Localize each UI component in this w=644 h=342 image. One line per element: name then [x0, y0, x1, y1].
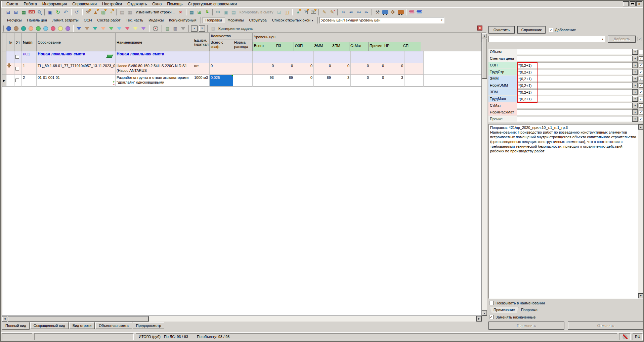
- row-checkbox[interactable]: [15, 79, 19, 82]
- param-row-normemm[interactable]: НормЭММ *(0,2+1) ▼ ✓: [488, 82, 644, 89]
- menu-rabota[interactable]: Работа: [21, 1, 40, 7]
- row-approve-cell[interactable]: [14, 75, 22, 87]
- tree-collapse-button[interactable]: ⊟: [4, 8, 12, 15]
- param-row-smetnaya-cena[interactable]: Сметная цена ▼ ✓: [488, 55, 644, 62]
- row-ozp-cell[interactable]: 0: [294, 75, 314, 87]
- header-ti[interactable]: Ти: [6, 33, 14, 51]
- scroll-left-button[interactable]: ◀: [2, 316, 7, 322]
- panel-corrections-button[interactable]: Поправки: [203, 17, 225, 23]
- row-approve-cell[interactable]: [14, 63, 22, 75]
- color-mark-1-button[interactable]: [6, 26, 11, 31]
- grid-row-ls1[interactable]: ЛС1 Новая локальная смета Новая локальна…: [2, 51, 481, 63]
- row-vsego-cell[interactable]: [253, 51, 275, 63]
- criteria-list-button[interactable]: ▤: [164, 25, 171, 32]
- header-unit[interactable]: Ед.изм.(краткая): [193, 33, 210, 51]
- color-mark-7-button[interactable]: [51, 26, 55, 31]
- row-pz-cell[interactable]: 89: [275, 75, 294, 87]
- adding-checkbox[interactable]: ✓: [549, 28, 553, 32]
- price-pr-button[interactable]: ПР: [309, 8, 317, 15]
- status-lang-panel[interactable]: RU: [633, 333, 643, 340]
- indent-add-button[interactable]: +≡: [339, 8, 347, 15]
- header-price-pz[interactable]: ПЗ: [275, 42, 294, 51]
- change-row-type-button[interactable]: Изменить тип строки...: [134, 8, 177, 15]
- copy-to-estimate-button[interactable]: Копировать в смету: [238, 8, 275, 15]
- param-dropdown-button[interactable]: ▼: [632, 62, 638, 68]
- header-qty-coef[interactable]: Всего с коэф.: [210, 40, 233, 51]
- row-num-cell[interactable]: 2: [22, 75, 37, 87]
- param-value-field[interactable]: [517, 103, 632, 108]
- tab-preview[interactable]: Предпросмотр: [133, 322, 165, 329]
- color-filter-3-button[interactable]: [93, 27, 97, 30]
- row-stmat-cell[interactable]: 0: [351, 63, 370, 75]
- toolbar-drag-handle[interactable]: [2, 9, 3, 15]
- row-unit-cell[interactable]: [193, 51, 210, 63]
- row-unit-cell[interactable]: шт.: [193, 63, 210, 75]
- correction-note-text[interactable]: Поправка: 421/пр_2020_прил.10_т.1_п.1_гр…: [488, 124, 644, 299]
- row-pz-cell[interactable]: [275, 51, 294, 63]
- param-checkbox[interactable]: ✓: [639, 63, 643, 67]
- menu-okno[interactable]: Окно: [149, 1, 164, 7]
- panel-esn-button[interactable]: ЭСН: [81, 17, 95, 23]
- header-qty-group-label[interactable]: Количество: [210, 33, 253, 40]
- panel-resources-button[interactable]: Ресурсы: [4, 17, 24, 23]
- restore-button[interactable]: [630, 1, 636, 6]
- insert-row-button[interactable]: ⊞: [196, 8, 203, 15]
- color-mark-5-button[interactable]: [36, 26, 41, 31]
- param-dropdown-button[interactable]: ▼: [632, 89, 638, 95]
- save-button[interactable]: ▣: [46, 8, 54, 15]
- scroll-thumb[interactable]: [8, 316, 149, 322]
- param-row-trudmash[interactable]: ТрудМаш *(0,2+1) ▼ ✓: [488, 96, 644, 102]
- row-name-cell[interactable]: Разработка грунта в отвал экскаваторами"…: [116, 75, 193, 87]
- param-checkbox[interactable]: ✓: [639, 90, 643, 94]
- param-value-field[interactable]: *(0,2+1): [517, 96, 632, 102]
- color-filter-4-button[interactable]: [101, 27, 105, 30]
- price-bucket-button[interactable]: ◕: [294, 8, 302, 15]
- transport-button[interactable]: [397, 8, 404, 15]
- tab-row-view[interactable]: Вид строки: [69, 322, 95, 329]
- param-checkbox[interactable]: ✓: [639, 97, 643, 101]
- refresh-button[interactable]: ↻: [54, 8, 62, 15]
- param-value-field[interactable]: [517, 109, 632, 115]
- row-zpm-cell[interactable]: [332, 51, 351, 63]
- param-row-stmat[interactable]: СтМат ▼ ✓: [488, 102, 644, 109]
- row-checkbox[interactable]: [15, 55, 19, 59]
- param-row-zpm[interactable]: ЗПМ *(0,2+1) ▼ ✓: [488, 89, 644, 96]
- color-mark-9-button[interactable]: [66, 26, 70, 31]
- indent-right-button[interactable]: ≡▸: [362, 8, 370, 15]
- header-name[interactable]: Наименование: [116, 33, 193, 51]
- color-filter-7-button[interactable]: [125, 27, 130, 30]
- indent-left-button[interactable]: ◂≡: [347, 8, 355, 15]
- param-value-field[interactable]: *(0,2+1): [517, 62, 632, 68]
- menubar-drag-handle[interactable]: [1, 1, 2, 7]
- row-norm-cell[interactable]: [233, 63, 253, 75]
- param-dropdown-button[interactable]: ▼: [632, 109, 638, 115]
- color-filter-8-button[interactable]: [133, 27, 138, 30]
- toolbar-drag-handle[interactable]: [2, 17, 3, 23]
- param-row-emm[interactable]: ЭММ *(0,2+1) ▼ ✓: [488, 76, 644, 82]
- param-row-prochie[interactable]: Прочие ▼ ✓: [488, 116, 644, 123]
- panel-limit-costs-button[interactable]: Лимит. затраты: [50, 17, 81, 23]
- panel-prices-button[interactable]: Панель цен: [24, 17, 49, 23]
- delete-row-button[interactable]: ×: [177, 8, 184, 15]
- row-emm-cell[interactable]: 89: [314, 75, 332, 87]
- add-button[interactable]: Добавить: [608, 36, 636, 43]
- menu-spravochniki[interactable]: Справочники: [70, 1, 99, 7]
- grid-vertical-scrollbar[interactable]: ▲ ▼: [482, 33, 487, 316]
- clear-button[interactable]: Очистить: [488, 26, 515, 34]
- header-price-stmat[interactable]: СтМат: [349, 42, 369, 51]
- row-num-cell[interactable]: 1: [22, 63, 37, 75]
- param-dropdown-button[interactable]: ▼: [632, 49, 638, 55]
- tree-expand-button[interactable]: ⊞: [12, 8, 20, 15]
- param-checkbox[interactable]: ✓: [639, 103, 643, 108]
- row-unit-cell[interactable]: 1000 м3: [193, 75, 210, 87]
- menu-smeta[interactable]: Смета: [4, 1, 21, 7]
- param-checkbox[interactable]: ✓: [639, 83, 643, 88]
- row-qty-cell[interactable]: 0: [210, 63, 233, 75]
- header-price-group-label[interactable]: Уровень цен: [253, 33, 481, 42]
- scroll-thumb[interactable]: [482, 39, 487, 79]
- row-prochie-cell[interactable]: [370, 51, 385, 63]
- row-vsego-cell[interactable]: 0: [253, 63, 275, 75]
- param-dropdown-button[interactable]: ▼: [632, 76, 638, 82]
- header-price-zpm[interactable]: ЗПМ: [331, 42, 349, 51]
- menu-pomosh[interactable]: Помощь: [164, 1, 185, 7]
